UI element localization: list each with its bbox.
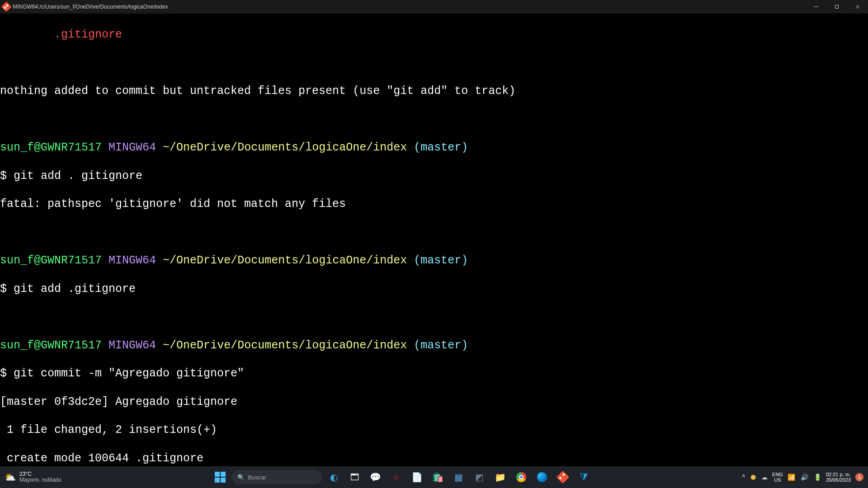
- store-icon: 🛍️: [432, 472, 443, 483]
- taskbar-app2[interactable]: ◩: [471, 468, 489, 486]
- notifications-button[interactable]: 1: [855, 473, 863, 481]
- weather-desc: Mayorm. nublado: [19, 477, 61, 483]
- windows-icon: [215, 472, 226, 483]
- window-title: MINGW64:/c/Users/sun_f/OneDrive/Document…: [13, 4, 168, 10]
- taskbar-app1[interactable]: ▦: [450, 468, 468, 486]
- folder-icon: 📁: [495, 472, 506, 483]
- maximize-button[interactable]: [826, 0, 847, 14]
- taskbar-store[interactable]: 🛍️: [429, 468, 447, 486]
- command: git add .gitignore: [14, 282, 136, 296]
- battery-icon[interactable]: 🔋: [814, 474, 821, 481]
- vscode-icon: ⧩: [580, 471, 588, 483]
- taskbar-taskview[interactable]: 🗔: [346, 468, 364, 486]
- taskview-icon: 🗔: [350, 472, 359, 483]
- prompt-path: ~/OneDrive/Documents/logicaOne/index: [163, 141, 407, 154]
- taskbar-chrome[interactable]: [512, 468, 530, 486]
- command: git commit -m "Agregado gitignore": [14, 367, 244, 380]
- git-icon: [556, 471, 569, 483]
- command: git add . gitignore: [14, 169, 142, 183]
- prompt-env: MINGW64: [108, 141, 156, 154]
- taskbar-opera[interactable]: ○: [387, 468, 406, 486]
- weather-icon: ⛅: [5, 472, 16, 482]
- language-indicator[interactable]: ENG US: [772, 472, 783, 483]
- volume-icon[interactable]: 🔊: [801, 474, 808, 481]
- prompt-branch: (master): [414, 141, 468, 154]
- prompt-user: sun_f@GWNR71517: [0, 141, 102, 154]
- prompt-symbol: $: [0, 169, 14, 183]
- taskbar-search[interactable]: 🔍 Buscar: [232, 470, 322, 484]
- minimize-button[interactable]: [806, 0, 826, 14]
- git-icon: [1, 2, 12, 12]
- opera-icon: ○: [394, 472, 399, 483]
- taskbar-chat[interactable]: 💬: [367, 468, 385, 486]
- taskbar: ⛅ 23°C Mayorm. nublado 🔍 Buscar ◐ 🗔 💬 ○ …: [0, 466, 868, 488]
- close-button[interactable]: [847, 0, 868, 14]
- git-output: [master 0f3dc2e] Agregado gitignore: [0, 395, 237, 408]
- tray-onedrive-icon[interactable]: ☁: [761, 474, 768, 481]
- tray-chevron-icon[interactable]: ^: [742, 474, 745, 481]
- taskbar-git[interactable]: [554, 468, 572, 486]
- search-icon: 🔍: [237, 474, 245, 481]
- taskbar-edge[interactable]: [533, 468, 551, 486]
- git-output: 1 file changed, 2 insertions(+): [0, 423, 217, 436]
- clock[interactable]: 02:21 p. m. 20/05/2023: [826, 472, 851, 483]
- svg-rect-0: [835, 5, 839, 9]
- terminal-output[interactable]: .gitignore nothing added to commit but u…: [0, 14, 868, 466]
- taskbar-vscode[interactable]: ⧩: [575, 468, 593, 486]
- git-output: create mode 100644 .gitignore: [0, 452, 203, 465]
- bing-icon: ◐: [330, 472, 338, 483]
- chat-icon: 💬: [370, 472, 381, 483]
- taskbar-notepad[interactable]: 📄: [408, 468, 426, 486]
- clock-time: 02:21 p. m.: [826, 472, 851, 477]
- app-icon: ◩: [475, 472, 484, 483]
- weather-widget[interactable]: ⛅ 23°C Mayorm. nublado: [5, 471, 61, 483]
- clock-date: 20/05/2023: [826, 477, 851, 483]
- app-icon: ▦: [454, 472, 463, 483]
- chrome-icon: [516, 472, 526, 482]
- notif-count: 1: [858, 474, 861, 480]
- taskbar-bing[interactable]: ◐: [325, 468, 343, 486]
- git-msg: nothing added to commit but untracked fi…: [0, 84, 515, 98]
- tray-security-icon[interactable]: ⬢: [750, 474, 756, 481]
- untracked-file: .gitignore: [0, 28, 122, 41]
- window-titlebar: MINGW64:/c/Users/sun_f/OneDrive/Document…: [0, 0, 868, 14]
- edge-icon: [537, 472, 547, 482]
- wifi-icon[interactable]: 📶: [788, 474, 795, 481]
- notepad-icon: 📄: [411, 472, 423, 483]
- git-output: fatal: pathspec 'gitignore' did not matc…: [0, 197, 346, 211]
- start-button[interactable]: [211, 468, 229, 486]
- taskbar-explorer[interactable]: 📁: [491, 468, 509, 486]
- search-placeholder: Buscar: [248, 474, 266, 481]
